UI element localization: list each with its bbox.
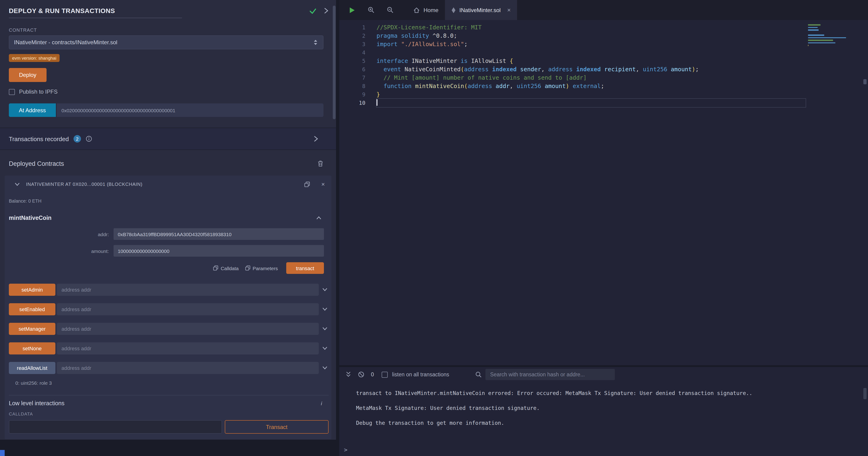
parameters-button[interactable]: Parameters <box>245 265 278 271</box>
tab-active-label: INativeMinter.sol <box>459 7 501 13</box>
amount-field-input[interactable] <box>114 245 324 257</box>
parameters-label: Parameters <box>252 265 278 271</box>
chevron-down-icon[interactable] <box>321 345 329 352</box>
setenabled-button[interactable]: setEnabled <box>9 303 55 315</box>
contract-select-value: INativeMinter - contracts/INativeMinter.… <box>14 39 117 46</box>
setadmin-button[interactable]: setAdmin <box>9 284 55 296</box>
terminal-toolbar: 0 listen on all transactions <box>339 367 868 382</box>
call-result: 0: uint256: role 3 <box>16 380 329 386</box>
close-icon[interactable]: × <box>321 181 325 187</box>
chevron-down-icon[interactable] <box>321 365 329 371</box>
chevron-down-icon[interactable] <box>14 181 21 188</box>
info-icon[interactable]: i <box>321 401 322 406</box>
evm-version-badge: evm version: shanghai <box>9 54 60 62</box>
chevron-right-icon[interactable] <box>323 7 330 15</box>
main-area: Home INativeMinter.sol × 12345678910 //S… <box>339 0 868 456</box>
instance-title: INATIVEMINTER AT 0X020...00001 (BLOCKCHA… <box>26 182 143 187</box>
low-level-title: Low level interactions <box>9 400 64 407</box>
instance-balance: Balance: 0 ETH <box>9 198 329 203</box>
panel-footer <box>0 440 336 456</box>
editor-code[interactable]: //SPDX-License-Identifier: MITpragma sol… <box>376 23 806 107</box>
zoom-in-icon[interactable] <box>368 6 375 13</box>
terminal-scrollbar[interactable] <box>863 388 867 399</box>
calldata-label: Calldata <box>221 265 239 271</box>
at-address-button[interactable]: At Address <box>9 104 56 117</box>
calldata-input[interactable] <box>9 420 222 434</box>
deploy-run-panel: DEPLOY & RUN TRANSACTIONS CONTRACT INati… <box>0 0 336 456</box>
title-underline <box>9 18 182 18</box>
chevron-down-icon[interactable] <box>321 306 329 313</box>
zoom-out-icon[interactable] <box>387 6 394 13</box>
listen-transactions-checkbox[interactable] <box>382 371 388 377</box>
panel-divider[interactable] <box>336 0 339 456</box>
panel-scrollbar[interactable] <box>333 6 336 119</box>
addr-field-label: addr: <box>9 231 109 237</box>
publish-ipfs-label: Publish to IPFS <box>19 88 58 95</box>
low-level-interactions: Low level interactions i CALLDATA Transa… <box>9 395 329 434</box>
listen-transactions-label: listen on all transactions <box>392 372 449 377</box>
amount-field-label: amount: <box>9 248 109 254</box>
minimap[interactable] <box>807 21 847 52</box>
tab-home[interactable]: Home <box>407 0 445 20</box>
check-icon <box>310 7 316 14</box>
deploy-button[interactable]: Deploy <box>9 68 46 82</box>
transactions-count-badge: 2 <box>73 135 81 143</box>
setadmin-input[interactable] <box>57 284 319 296</box>
panel-title: DEPLOY & RUN TRANSACTIONS <box>9 7 115 15</box>
terminal-log-line[interactable]: Debug the transaction to get more inform… <box>356 416 868 430</box>
home-icon <box>413 7 420 13</box>
setnone-input[interactable] <box>57 342 319 354</box>
calldata-button[interactable]: Calldata <box>213 265 239 271</box>
copy-icon <box>245 265 250 270</box>
copy-icon <box>213 265 218 270</box>
tab-bar: Home INativeMinter.sol × <box>339 0 868 20</box>
terminal-count: 0 <box>371 372 374 377</box>
transact-button[interactable]: transact <box>286 262 324 274</box>
deployed-instance-card: INATIVEMINTER AT 0X020...00001 (BLOCKCHA… <box>5 176 331 439</box>
chevron-down-icon[interactable] <box>321 286 329 293</box>
panel-header: DEPLOY & RUN TRANSACTIONS <box>0 0 336 22</box>
terminal-search-input[interactable] <box>486 369 615 380</box>
search-icon <box>475 371 482 378</box>
close-icon[interactable]: × <box>507 7 510 13</box>
setmanager-input[interactable] <box>57 323 319 335</box>
setmanager-button[interactable]: setManager <box>9 323 55 335</box>
double-chevron-down-icon[interactable] <box>345 371 352 378</box>
run-script-icon[interactable] <box>349 6 355 14</box>
editor-gutter: 12345678910 <box>339 23 365 107</box>
terminal-prompt[interactable]: > <box>344 446 347 453</box>
function-name: mintNativeCoin <box>9 215 52 221</box>
clear-console-icon[interactable] <box>358 371 365 378</box>
chevron-down-icon[interactable] <box>321 325 329 332</box>
deployed-contracts-title: Deployed Contracts <box>9 160 64 167</box>
info-icon[interactable] <box>86 136 92 142</box>
editor-scrollbar[interactable] <box>863 79 867 84</box>
chevron-up-icon[interactable] <box>315 215 322 221</box>
setnone-button[interactable]: setNone <box>9 342 55 354</box>
addr-field-input[interactable] <box>114 228 324 240</box>
terminal-logs: transact to INativeMinter.mintNativeCoin… <box>339 382 868 430</box>
chevron-right-icon[interactable] <box>313 135 319 143</box>
remix-ide: DEPLOY & RUN TRANSACTIONS CONTRACT INati… <box>0 0 868 456</box>
trash-icon[interactable] <box>317 160 323 167</box>
code-editor[interactable]: 12345678910 //SPDX-License-Identifier: M… <box>339 20 868 367</box>
select-stepper-icon <box>313 39 318 46</box>
setenabled-input[interactable] <box>57 303 319 315</box>
readallowlist-button[interactable]: readAllowList <box>9 362 55 374</box>
lowlevel-transact-button[interactable]: Transact <box>225 420 329 434</box>
transactions-recorded-label: Transactions recorded <box>9 135 69 142</box>
publish-ipfs-checkbox[interactable] <box>9 89 15 95</box>
solidity-icon <box>452 7 456 13</box>
readallowlist-input[interactable] <box>57 362 319 374</box>
tab-inativeminter[interactable]: INativeMinter.sol × <box>445 0 517 20</box>
corner-widget[interactable] <box>0 450 5 456</box>
terminal-log-line[interactable]: MetaMask Tx Signature: User denied trans… <box>356 401 868 416</box>
copy-icon[interactable] <box>305 181 310 187</box>
terminal: 0 listen on all transactions transact to… <box>339 365 868 456</box>
tab-home-label: Home <box>424 7 438 13</box>
terminal-log-line[interactable]: transact to INativeMinter.mintNativeCoin… <box>356 386 868 401</box>
calldata-section-label: CALLDATA <box>9 411 329 417</box>
contract-select[interactable]: INativeMinter - contracts/INativeMinter.… <box>9 35 323 49</box>
transactions-recorded-section[interactable]: Transactions recorded 2 <box>0 127 336 150</box>
at-address-input[interactable] <box>57 104 323 117</box>
